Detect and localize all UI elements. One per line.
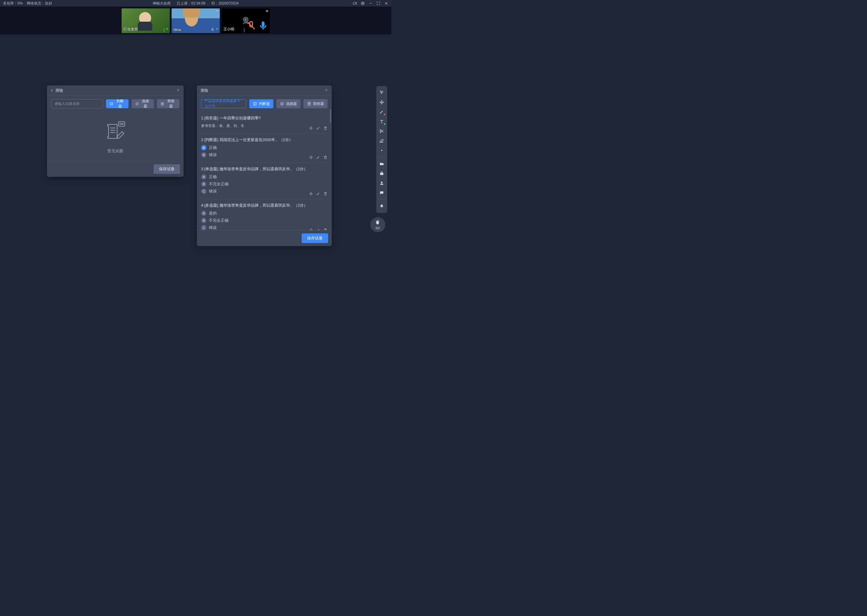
video-tile-teacher[interactable]: 叮当老师	[121, 8, 170, 33]
pen-tool-icon[interactable]	[377, 108, 386, 116]
bell-tool-icon[interactable]	[377, 202, 386, 211]
edit-question-icon[interactable]	[316, 192, 320, 196]
toolbox-tool-icon[interactable]	[377, 169, 386, 178]
option-key: B	[201, 152, 207, 158]
question-title: 1 [简答题] 一年四季分别是哪四季?	[201, 115, 328, 121]
chat-tool-icon[interactable]	[377, 189, 386, 197]
quiz-name-input[interactable]	[51, 99, 103, 108]
add-choice-button[interactable]: 选择题	[132, 99, 154, 108]
option-key: B	[201, 218, 207, 223]
delete-question-icon[interactable]	[323, 126, 328, 130]
close-panel-icon[interactable]	[177, 88, 180, 93]
hand-raise-badge[interactable]: 0/2	[370, 217, 385, 232]
maximize-icon[interactable]	[376, 1, 380, 5]
delete-question-icon[interactable]	[323, 228, 328, 230]
panel-title: 测验	[200, 88, 208, 93]
text-tool-icon[interactable]	[377, 117, 386, 126]
close-tile-icon[interactable]: ✕	[216, 9, 219, 13]
option-row[interactable]: C错误	[201, 189, 328, 194]
delete-question-icon[interactable]	[323, 192, 328, 196]
quiz-name-input[interactable]: 产品说试卷名称最多十六个字	[201, 99, 246, 108]
add-short-button[interactable]: 简答题	[157, 99, 180, 108]
tool-palette	[376, 86, 387, 213]
svg-point-1	[362, 3, 363, 4]
award-icon	[211, 27, 214, 32]
option-row[interactable]: B不完全正确	[201, 218, 328, 223]
hand-icon	[375, 220, 380, 226]
network-status: 网络状态：良好	[27, 1, 52, 6]
save-quiz-button[interactable]: 保存试卷	[302, 233, 328, 243]
close-window-icon[interactable]	[384, 1, 388, 5]
eraser-tool-icon[interactable]	[377, 137, 386, 145]
settings-icon[interactable]	[361, 1, 365, 5]
save-quiz-button[interactable]: 保存试卷	[153, 164, 180, 174]
title-bar: 丢包率：0% 网络状态：良好 神秘大自然 已上课：02:34:09 ID：202…	[0, 0, 391, 6]
option-label: 正确	[209, 145, 217, 150]
option-row[interactable]: B错误	[201, 152, 328, 158]
short-answer-icon	[307, 102, 311, 106]
svg-rect-18	[110, 102, 113, 105]
move-tool-icon[interactable]	[377, 98, 386, 107]
network-bars-icon	[164, 28, 164, 32]
option-key: A	[201, 145, 207, 150]
mic-icon	[258, 20, 268, 32]
panel-title: 测验	[55, 88, 63, 93]
add-judge-button[interactable]: 判断题	[106, 99, 129, 108]
svg-point-27	[120, 124, 120, 124]
move-question-icon[interactable]	[309, 126, 313, 130]
video-tile-student[interactable]: ✕ 王小明	[222, 8, 270, 33]
question-title: 2 [判断题] 我国宪法上一次更新是在2020年。（2分）	[201, 137, 328, 143]
cursor-tool-icon[interactable]	[377, 88, 386, 97]
participant-name: Nina	[173, 28, 181, 32]
choice-icon	[280, 102, 284, 106]
hand-count: 0/2	[376, 226, 380, 230]
empty-text: 暂无试题	[107, 148, 123, 154]
move-question-icon[interactable]	[309, 192, 313, 196]
back-icon[interactable]	[50, 89, 54, 92]
user-tool-icon[interactable]	[377, 179, 386, 187]
option-row[interactable]: A正确	[201, 145, 328, 150]
svg-point-28	[121, 124, 122, 124]
option-label: 错误	[209, 189, 217, 194]
svg-point-41	[381, 182, 382, 183]
move-question-icon[interactable]	[309, 155, 313, 159]
edit-question-icon[interactable]	[316, 228, 320, 230]
edit-question-icon[interactable]	[316, 155, 320, 159]
mic-muted-icon	[246, 20, 257, 32]
mic-icon	[166, 27, 169, 32]
video-tile-student[interactable]: ✕ Nina	[172, 8, 220, 33]
add-choice-button[interactable]: 选择题	[276, 99, 300, 108]
session-id: ID：2020070324	[211, 1, 239, 6]
edit-question-icon[interactable]	[316, 126, 320, 130]
option-row[interactable]: A是的	[201, 211, 328, 216]
option-label: 错误	[209, 225, 217, 230]
option-row[interactable]: B不完全正确	[201, 181, 328, 187]
option-label: 错误	[209, 152, 217, 158]
option-key: C	[201, 225, 207, 230]
close-panel-icon[interactable]	[325, 88, 328, 93]
judge-icon	[110, 102, 113, 106]
quiz-panel-editor: 测验 产品说试卷名称最多十六个字 判断题 选择题 简答题 1 [简答题] 一年四…	[197, 85, 332, 246]
laser-tool-icon[interactable]	[377, 146, 386, 155]
svg-rect-32	[254, 102, 256, 105]
svg-point-7	[212, 28, 213, 30]
svg-rect-0	[353, 2, 356, 5]
scissors-tool-icon[interactable]	[377, 127, 386, 135]
question-title: 4 [多选题] 施华洛世奇是反华品牌，所以梁鼎琪反华。（2分）	[201, 203, 328, 208]
empty-illustration-icon	[102, 119, 129, 144]
scrollbar[interactable]	[330, 110, 331, 123]
move-question-icon[interactable]	[309, 228, 313, 230]
minimize-icon[interactable]	[369, 1, 373, 5]
network-bars-icon	[244, 28, 244, 32]
delete-question-icon[interactable]	[323, 155, 328, 159]
folder-tool-icon[interactable]	[377, 160, 386, 168]
option-row[interactable]: A正确	[201, 174, 328, 179]
option-row[interactable]: C错误	[201, 225, 328, 230]
svg-line-13	[247, 22, 255, 29]
camera-toggle-icon[interactable]	[353, 1, 357, 5]
svg-point-39	[381, 150, 382, 151]
close-tile-icon[interactable]: ✕	[265, 9, 268, 13]
add-short-button[interactable]: 简答题	[303, 99, 328, 108]
option-label: 是的	[209, 211, 217, 216]
add-judge-button[interactable]: 判断题	[249, 99, 273, 108]
